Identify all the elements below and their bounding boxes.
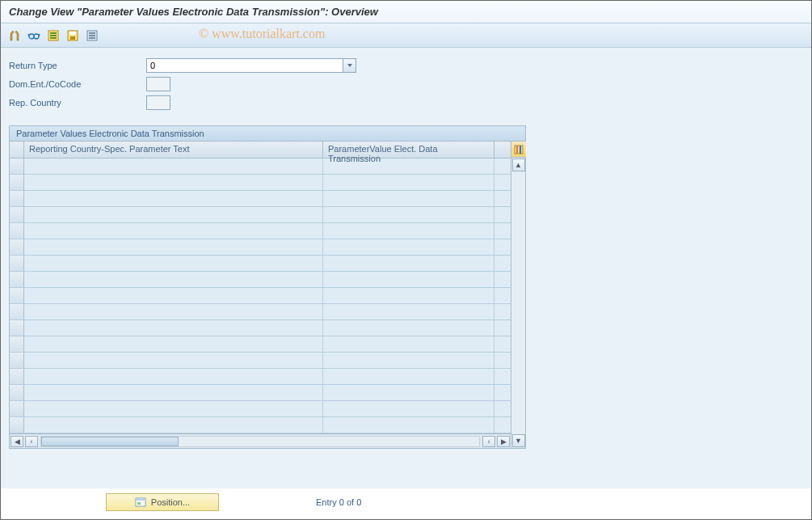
row-selector[interactable] [10,175,24,190]
row-selector[interactable] [10,223,24,239]
row-selector[interactable] [10,256,24,271]
cell-param-text[interactable] [24,288,323,303]
table-row[interactable] [10,369,511,385]
cell-param-text[interactable] [24,191,323,206]
svg-rect-15 [520,146,521,154]
cell-param-text[interactable] [24,385,323,400]
cell-param-value[interactable] [323,288,494,303]
row-selector[interactable] [10,385,24,400]
cell-param-value[interactable] [323,385,494,400]
cell-param-text[interactable] [24,272,323,287]
cell-param-text[interactable] [24,369,323,384]
cell-param-value[interactable] [323,369,494,384]
table-row[interactable] [10,223,511,239]
hscroll-track[interactable] [40,436,480,447]
save-icon[interactable] [65,28,80,43]
row-selector[interactable] [10,304,24,319]
scroll-right-icon[interactable]: › [482,436,495,447]
table-row[interactable] [10,239,511,256]
table-row[interactable] [10,304,511,320]
table-row[interactable] [10,385,511,401]
row-selector[interactable] [10,272,24,287]
row-selector-header[interactable] [10,142,24,158]
hscroll-thumb[interactable] [41,437,179,446]
row-selector[interactable] [10,369,24,384]
cell-param-value[interactable] [323,256,494,271]
cell-param-text[interactable] [24,207,323,222]
dom-ent-cocode-input[interactable] [146,77,170,91]
position-button[interactable]: Position... [106,493,219,511]
table-row[interactable] [10,272,511,288]
table-row[interactable] [10,336,511,353]
scroll-left-end-icon[interactable]: ◀ [11,436,23,447]
row-selector[interactable] [10,239,24,255]
row-selector[interactable] [10,207,24,222]
column-header-param-value[interactable]: ParameterValue Elect. Data Transmission [323,142,494,158]
cell-param-text[interactable] [24,401,323,416]
return-type-combo[interactable] [146,58,356,73]
table-row[interactable] [10,353,511,369]
table-row[interactable] [10,207,511,223]
row-selector[interactable] [10,191,24,206]
table-row[interactable] [10,320,511,336]
cell-param-text[interactable] [24,223,323,239]
table-row[interactable] [10,159,511,175]
cell-param-text[interactable] [24,159,323,174]
cell-param-value[interactable] [323,304,494,319]
row-selector[interactable] [10,353,24,368]
horizontal-scrollbar[interactable]: ◀ ‹ › ▶ [10,433,511,448]
table-settings-icon[interactable] [511,142,526,158]
toggle-display-change-icon[interactable] [7,28,22,43]
scroll-down-icon[interactable]: ▼ [512,434,525,447]
column-header-param-text[interactable]: Reporting Country-Spec. Parameter Text [24,142,323,158]
cell-param-text[interactable] [24,256,323,271]
table-row[interactable] [10,288,511,304]
cell-param-text[interactable] [24,353,323,368]
scroll-left-icon[interactable]: ‹ [25,436,38,447]
vscroll-track[interactable] [511,172,525,433]
table-row[interactable] [10,175,511,191]
glasses-icon[interactable] [27,28,41,43]
row-selector[interactable] [10,336,24,352]
cell-param-value[interactable] [323,207,494,222]
cell-param-text[interactable] [24,320,323,336]
svg-point-1 [34,34,39,39]
cell-param-value[interactable] [323,336,494,352]
cell-param-value[interactable] [323,191,494,206]
cell-param-text[interactable] [24,417,323,433]
cell-param-value[interactable] [323,353,494,368]
svg-rect-11 [89,35,95,36]
row-selector[interactable] [10,417,24,433]
cell-param-text[interactable] [24,175,323,190]
table-row[interactable] [10,191,511,207]
cell-param-value[interactable] [323,223,494,239]
cell-param-text[interactable] [24,304,323,319]
cell-param-value[interactable] [323,239,494,255]
cell-param-value[interactable] [323,272,494,287]
select-all-icon[interactable] [46,28,61,43]
cell-param-value[interactable] [323,320,494,336]
vertical-scrollbar[interactable]: ▲ ▼ [511,142,525,448]
grid-rows [10,159,511,433]
table-row[interactable] [10,401,511,417]
row-selector[interactable] [10,320,24,336]
chevron-down-icon[interactable] [343,59,356,72]
row-selector[interactable] [10,288,24,303]
table-row[interactable] [10,417,511,433]
data-panel: Parameter Values Electronic Data Transmi… [9,125,526,449]
rep-country-label: Rep. Country [9,98,146,108]
deselect-all-icon[interactable] [85,28,99,43]
cell-param-value[interactable] [323,417,494,433]
scroll-right-end-icon[interactable]: ▶ [497,436,510,447]
cell-param-value[interactable] [323,159,494,174]
row-selector[interactable] [10,401,24,416]
rep-country-input[interactable] [146,95,170,110]
table-row[interactable] [10,256,511,272]
cell-param-text[interactable] [24,336,323,352]
return-type-input[interactable] [146,58,356,73]
cell-param-text[interactable] [24,239,323,255]
cell-param-value[interactable] [323,401,494,416]
cell-param-value[interactable] [323,175,494,190]
row-selector[interactable] [10,159,24,174]
scroll-up-icon[interactable]: ▲ [512,159,525,171]
